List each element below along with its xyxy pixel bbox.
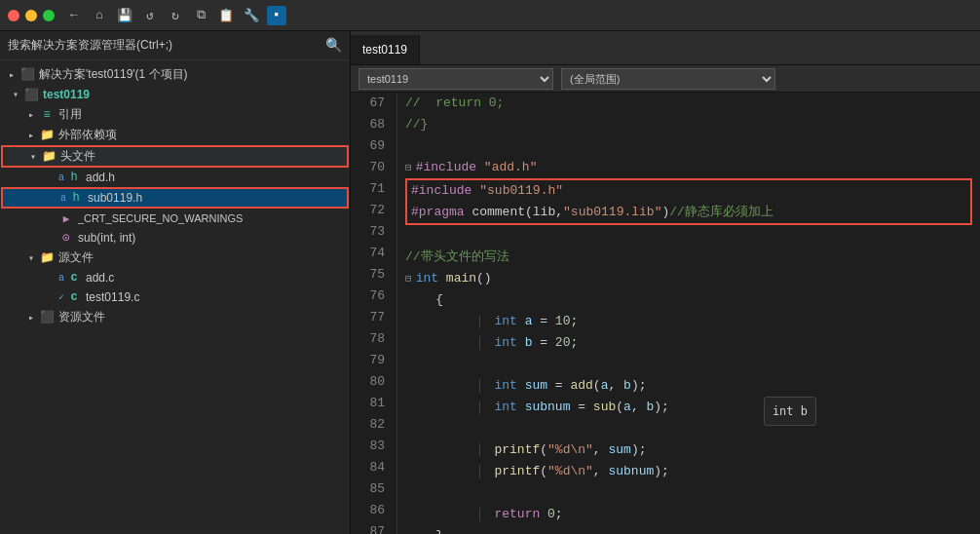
code-line-67: // return 0; [405, 93, 972, 114]
code-line-81: int subnum = sub ( a , b ); int b [405, 397, 972, 418]
code-77-a: a [525, 311, 533, 332]
save-icon[interactable]: 💾 [115, 6, 134, 25]
undo-icon[interactable]: ↺ [140, 6, 160, 25]
tree-ref[interactable]: ▸ ≡ 引用 [0, 104, 350, 125]
code-81-sub: sub [593, 397, 616, 418]
indent-guide-78 [479, 336, 480, 350]
code-line-76: { [405, 289, 972, 311]
tree-add-c[interactable]: ▸ a c add.c [0, 268, 350, 287]
solution-label: 解决方案'test0119'(1 个项目) [39, 66, 188, 83]
tree-external-deps[interactable]: ▸ 📁 外部依赖项 [0, 125, 350, 145]
code-80-int: int [494, 375, 516, 397]
line-num-76: 76 [358, 286, 385, 307]
test-c-badge: ✓ [58, 291, 64, 303]
line-num-72: 72 [358, 200, 385, 221]
solution-arrow: ▸ [4, 67, 19, 83]
debug-icon[interactable]: 🔧 [242, 6, 261, 25]
line-num-78: 78 [358, 328, 385, 350]
tree-sub-h[interactable]: ▸ a h sub0119.h [2, 188, 348, 208]
add-c-badge: a [58, 273, 64, 284]
window-controls[interactable] [8, 10, 55, 21]
add-c-icon: c [66, 270, 82, 286]
tree-add-h[interactable]: ▸ a h add.h [0, 168, 350, 187]
minimize-button[interactable] [25, 10, 37, 21]
line-numbers: 67 68 69 70 71 72 73 74 75 76 77 78 79 8… [351, 93, 397, 534]
maximize-button[interactable] [43, 10, 55, 21]
solution-icon: ⬛ [19, 67, 35, 83]
indent-guide-80 [479, 379, 480, 393]
tree-test-c[interactable]: ▸ ✓ c test0119.c [0, 287, 350, 307]
file-selector[interactable]: test0119 [358, 68, 553, 90]
highlight-block-71-72: #include "sub0119.h" #pragma comment(lib… [405, 178, 972, 225]
collapse-marker-70[interactable]: ⊟ [405, 157, 412, 178]
collapse-marker-75[interactable]: ⊟ [405, 268, 412, 289]
code-content[interactable]: // return 0; //} ⊟ #include "add.h" [397, 93, 980, 534]
code-line-68: //} [405, 114, 972, 135]
redo-icon[interactable]: ↻ [166, 6, 185, 25]
tab-label: test0119 [362, 43, 407, 57]
code-77-int: int [494, 311, 516, 332]
code-line-83: printf ( "%d\n" , sum ); [405, 439, 972, 461]
code-line-72: #pragma comment(lib, "sub0119.lib" ) //静… [407, 202, 970, 223]
back-icon[interactable]: ← [64, 6, 84, 25]
code-line-85 [405, 482, 972, 504]
project-item[interactable]: ▾ ⬛ test0119 [0, 85, 350, 104]
code-line-78: int b = 20 ; [405, 332, 972, 354]
code-81-a: a [623, 397, 631, 418]
line-num-80: 80 [358, 371, 385, 393]
code-line-79 [405, 354, 972, 375]
code-84-subnum: subnum [608, 461, 654, 482]
code-80-b: b [623, 375, 631, 397]
tree-src-folder[interactable]: ▾ 📁 源文件 [0, 248, 350, 268]
code-71-include: #include [411, 180, 471, 202]
tree-sub-func[interactable]: ⊙ sub(int, int) [0, 228, 350, 248]
tree-header-folder[interactable]: ▾ 📁 头文件 [2, 146, 348, 167]
editor-tab-test0119[interactable]: test0119 [351, 35, 420, 64]
func-icon: ⊙ [58, 230, 74, 246]
src-arrow: ▾ [23, 250, 39, 266]
code-74-comment: //带头文件的写法 [405, 247, 509, 268]
line-num-77: 77 [358, 307, 385, 328]
window-icon[interactable]: ▪ [267, 6, 286, 25]
res-icon: ⬛ [39, 310, 55, 325]
code-77-10: 10 [555, 311, 571, 332]
code-78-b: b [525, 332, 533, 354]
code-84-fmt: "%d\n" [547, 461, 593, 482]
search-label: 搜索解决方案资源管理器(Ctrl+;) [8, 37, 320, 54]
add-h-badge: a [58, 172, 64, 183]
code-line-69 [405, 135, 972, 157]
test-c-icon: c [66, 289, 82, 305]
code-line-87: } [405, 525, 972, 534]
ext-icon: 📁 [39, 128, 55, 143]
copy-icon[interactable]: ⧉ [191, 6, 210, 25]
indent-guide-77 [479, 315, 480, 328]
tree-crt-macro[interactable]: ▶ _CRT_SECURE_NO_WARNINGS [0, 209, 350, 228]
solution-item[interactable]: ▸ ⬛ 解决方案'test0119'(1 个项目) [0, 64, 350, 85]
header-label: 头文件 [60, 148, 95, 165]
tree-resource-folder[interactable]: ▸ ⬛ 资源文件 [0, 307, 350, 327]
sub-h-label: sub0119.h [88, 191, 142, 205]
ref-arrow: ▸ [23, 107, 39, 123]
paste-icon[interactable]: 📋 [216, 6, 236, 25]
header-arrow: ▾ [25, 149, 41, 165]
code-70-header: "add.h" [484, 157, 538, 178]
code-86-return: return [494, 504, 540, 525]
code-78-20: 20 [555, 332, 571, 354]
line-num-82: 82 [358, 414, 385, 436]
sidebar-search-bar: 搜索解决方案资源管理器(Ctrl+;) 🔍 [0, 31, 350, 60]
indent-guide-84 [479, 465, 480, 478]
code-line-71: #include "sub0119.h" [407, 180, 970, 202]
code-83-fmt: "%d\n" [547, 439, 593, 461]
code-70-include: #include [416, 157, 476, 178]
indent-guide-83 [479, 443, 480, 457]
code-78-int: int [494, 332, 516, 354]
search-icon[interactable]: 🔍 [325, 37, 342, 54]
line-num-71: 71 [358, 178, 385, 200]
code-84-printf: printf [494, 461, 540, 482]
add-h-arrow: ▸ [43, 170, 58, 185]
home-icon[interactable]: ⌂ [90, 6, 109, 25]
scope-selector[interactable]: (全局范围) [561, 68, 775, 90]
code-75-main: main [446, 268, 476, 289]
code-81-b: b [647, 397, 655, 418]
close-button[interactable] [8, 10, 19, 21]
